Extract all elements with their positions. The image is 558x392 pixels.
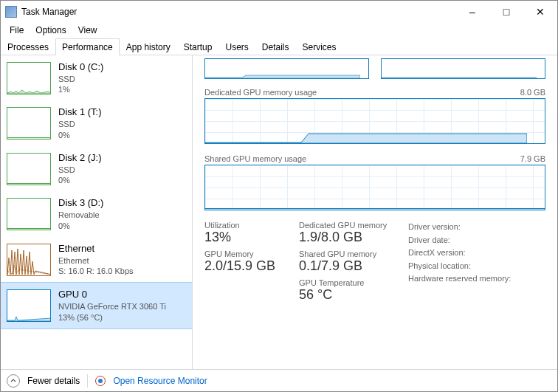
performance-sidebar[interactable]: Disk 0 (C:) SSD 1% Disk 1 (T:) SSD 0% Di…	[1, 55, 193, 369]
stat-label: Shared GPU memory	[299, 250, 402, 258]
sidebar-item-disk-3[interactable]: Disk 3 (D:) Removable 0%	[1, 191, 192, 236]
stat-label: GPU Temperature	[299, 278, 402, 287]
collapse-icon[interactable]	[7, 374, 20, 388]
physical-location-label: Physical location:	[408, 260, 534, 273]
sidebar-item-label: Disk 0 (C:)	[58, 61, 103, 74]
sparkline-icon	[7, 62, 51, 94]
sidebar-item-info: Ethernet Ethernet S: 16.0 R: 16.0 Kbps	[58, 243, 134, 276]
sidebar-item-ethernet[interactable]: Ethernet Ethernet S: 16.0 R: 16.0 Kbps	[1, 237, 192, 282]
mini-graph-2[interactable]	[381, 58, 545, 79]
sidebar-item-sub: Removable	[58, 210, 103, 220]
sidebar-item-disk-0[interactable]: Disk 0 (C:) SSD 1%	[1, 55, 192, 100]
sparkline-icon	[7, 107, 51, 140]
sidebar-item-info: Disk 1 (T:) SSD 0%	[58, 106, 102, 140]
sidebar-item-sub: SSD	[58, 165, 102, 175]
app-icon	[5, 6, 17, 18]
tab-startup[interactable]: Startup	[177, 38, 219, 55]
menu-file[interactable]: File	[4, 24, 30, 37]
sidebar-item-value: 0%	[58, 175, 102, 185]
tab-users[interactable]: Users	[218, 38, 255, 55]
stat-label: Utilization	[204, 221, 293, 230]
sidebar-item-gpu-0[interactable]: GPU 0 NVIDIA GeForce RTX 3060 Ti 13% (56…	[1, 282, 192, 329]
stat-value: 1.9/8.0 GB	[299, 230, 402, 245]
tab-services[interactable]: Services	[296, 38, 343, 55]
sidebar-item-label: GPU 0	[58, 289, 166, 301]
sidebar-item-label: Disk 2 (J:)	[58, 152, 102, 165]
sparkline-icon	[7, 153, 51, 185]
stat-value: 56 °C	[299, 287, 402, 303]
shared-memory-graph[interactable]	[204, 165, 545, 210]
close-button[interactable]: ✕	[523, 1, 557, 23]
stat-value: 13%	[204, 230, 293, 245]
stat-value: 2.0/15.9 GB	[204, 258, 293, 274]
menu-bar: File Options View	[1, 23, 557, 38]
menu-options[interactable]: Options	[30, 24, 72, 37]
shared-memory-section: Shared GPU memory usage 7.9 GB	[204, 154, 545, 210]
sidebar-item-sub: SSD	[58, 74, 103, 84]
stat-utilization: Utilization 13% GPU Memory 2.0/15.9 GB	[204, 221, 293, 307]
stats-grid: Utilization 13% GPU Memory 2.0/15.9 GB D…	[204, 221, 545, 307]
sparkline-icon	[7, 289, 51, 322]
sidebar-item-info: Disk 2 (J:) SSD 0%	[58, 152, 102, 185]
directx-version-label: DirectX version:	[408, 247, 534, 260]
dedicated-memory-max: 8.0 GB	[520, 88, 545, 97]
sidebar-item-sub: NVIDIA GeForce RTX 3060 Ti	[58, 301, 166, 312]
fewer-details-button[interactable]: Fewer details	[27, 376, 80, 386]
shared-memory-label: Shared GPU memory usage	[204, 154, 306, 163]
stat-dedicated: Dedicated GPU memory 1.9/8.0 GB Shared G…	[299, 221, 402, 307]
window-title: Task Manager	[21, 7, 455, 17]
dedicated-memory-label: Dedicated GPU memory usage	[204, 88, 317, 97]
driver-version-label: Driver version:	[408, 221, 534, 234]
sidebar-item-label: Ethernet	[58, 243, 134, 255]
sidebar-item-disk-1[interactable]: Disk 1 (T:) SSD 0%	[1, 100, 192, 145]
driver-date-label: Driver date:	[408, 234, 534, 247]
stat-value: 0.1/7.9 GB	[299, 258, 402, 274]
sidebar-item-label: Disk 3 (D:)	[58, 197, 103, 210]
resource-monitor-icon	[95, 376, 106, 386]
hw-reserved-label: Hardware reserved memory:	[408, 272, 534, 286]
tab-strip: Processes Performance App history Startu…	[1, 38, 557, 55]
sidebar-item-value: S: 16.0 R: 16.0 Kbps	[58, 266, 134, 276]
sparkline-icon	[7, 244, 51, 276]
detail-pane: Dedicated GPU memory usage 8.0 GB Shared…	[193, 55, 557, 369]
content-area: Disk 0 (C:) SSD 1% Disk 1 (T:) SSD 0% Di…	[1, 55, 557, 369]
sidebar-item-value: 0%	[58, 221, 103, 231]
maximize-button[interactable]: □	[489, 1, 523, 23]
footer-bar: Fewer details Open Resource Monitor	[1, 369, 557, 391]
dedicated-memory-graph[interactable]	[204, 98, 545, 144]
sidebar-item-disk-2[interactable]: Disk 2 (J:) SSD 0%	[1, 146, 192, 191]
sidebar-item-sub: SSD	[58, 119, 102, 129]
sidebar-item-label: Disk 1 (T:)	[58, 106, 102, 119]
sidebar-item-value: 0%	[58, 130, 102, 140]
shared-memory-max: 7.9 GB	[520, 154, 545, 163]
title-bar: Task Manager – □ ✕	[1, 1, 557, 23]
menu-view[interactable]: View	[72, 24, 103, 37]
top-mini-graphs	[204, 58, 545, 79]
minimize-button[interactable]: –	[455, 1, 489, 23]
mini-graph-1[interactable]	[204, 58, 369, 79]
sidebar-item-value: 1%	[58, 84, 103, 94]
driver-info: Driver version: Driver date: DirectX ver…	[408, 221, 534, 307]
sidebar-item-info: GPU 0 NVIDIA GeForce RTX 3060 Ti 13% (56…	[58, 289, 166, 322]
stat-label: Dedicated GPU memory	[299, 221, 402, 230]
sidebar-item-info: Disk 3 (D:) Removable 0%	[58, 197, 103, 230]
tab-app-history[interactable]: App history	[120, 38, 177, 55]
sidebar-item-sub: Ethernet	[58, 255, 134, 266]
stat-label: GPU Memory	[204, 250, 293, 258]
sidebar-item-value: 13% (56 °C)	[58, 312, 166, 323]
open-resource-monitor-link[interactable]: Open Resource Monitor	[113, 376, 207, 386]
sparkline-icon	[7, 198, 51, 230]
sidebar-item-info: Disk 0 (C:) SSD 1%	[58, 61, 103, 94]
tab-processes[interactable]: Processes	[1, 38, 55, 55]
divider	[87, 374, 88, 388]
tab-performance[interactable]: Performance	[55, 38, 120, 55]
dedicated-memory-section: Dedicated GPU memory usage 8.0 GB	[204, 88, 545, 144]
tab-details[interactable]: Details	[255, 38, 296, 55]
